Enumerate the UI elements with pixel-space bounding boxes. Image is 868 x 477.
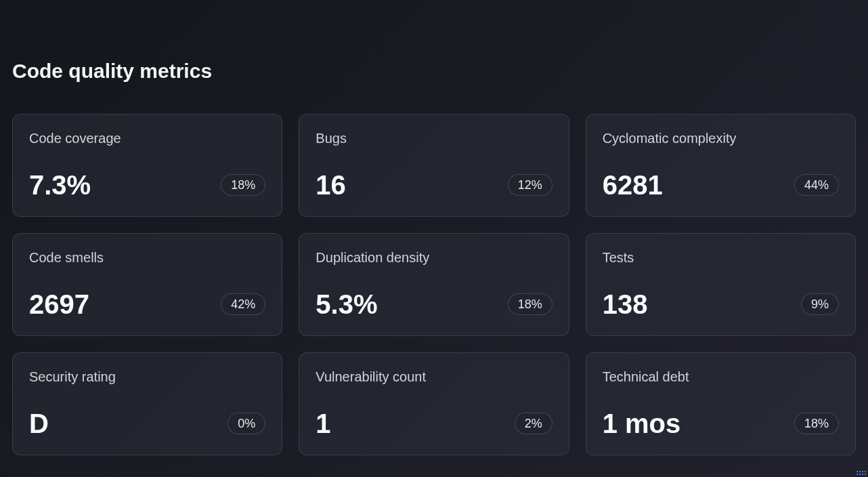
page-title: Code quality metrics: [12, 60, 856, 83]
metric-card-cyclomatic-complexity[interactable]: Cyclomatic complexity 6281 44%: [586, 114, 856, 217]
metric-badge: 12%: [508, 174, 552, 196]
metric-value: 1: [316, 410, 330, 437]
metric-label: Code smells: [29, 250, 265, 266]
metric-card-technical-debt[interactable]: Technical debt 1 mos 18%: [586, 352, 856, 455]
metric-card-tests[interactable]: Tests 138 9%: [586, 233, 856, 336]
metric-label: Code coverage: [29, 131, 265, 146]
metric-badge: 18%: [508, 293, 552, 315]
metric-value: 7.3%: [29, 171, 91, 199]
metric-value: D: [29, 410, 49, 437]
metric-badge: 0%: [227, 413, 265, 434]
metric-badge: 18%: [221, 174, 265, 196]
metric-label: Duplication density: [316, 250, 552, 266]
metric-card-code-smells[interactable]: Code smells 2697 42%: [12, 233, 282, 336]
metric-card-vulnerability-count[interactable]: Vulnerability count 1 2%: [299, 352, 569, 455]
metric-label: Cyclomatic complexity: [603, 131, 839, 146]
metric-label: Technical debt: [603, 369, 839, 385]
metric-value: 5.3%: [316, 291, 377, 318]
resize-handle-icon: [856, 471, 866, 475]
metric-card-bugs[interactable]: Bugs 16 12%: [299, 114, 569, 217]
metric-value: 1 mos: [603, 410, 681, 437]
metric-card-code-coverage[interactable]: Code coverage 7.3% 18%: [12, 114, 282, 217]
metric-badge: 9%: [801, 293, 839, 315]
metric-badge: 44%: [794, 174, 839, 196]
metric-label: Bugs: [316, 131, 552, 146]
metric-label: Security rating: [29, 369, 265, 385]
metric-label: Tests: [603, 250, 839, 266]
metrics-grid: Code coverage 7.3% 18% Bugs 16 12% Cyclo…: [12, 114, 856, 455]
metric-label: Vulnerability count: [316, 369, 552, 385]
metric-badge: 18%: [794, 413, 839, 434]
metric-badge: 42%: [221, 293, 265, 315]
metric-value: 138: [603, 291, 648, 318]
metric-card-security-rating[interactable]: Security rating D 0%: [12, 352, 282, 455]
metric-value: 6281: [603, 171, 663, 199]
metric-card-duplication-density[interactable]: Duplication density 5.3% 18%: [299, 233, 569, 336]
metric-value: 2697: [29, 291, 89, 318]
metric-badge: 2%: [515, 413, 552, 434]
metric-value: 16: [316, 171, 346, 199]
